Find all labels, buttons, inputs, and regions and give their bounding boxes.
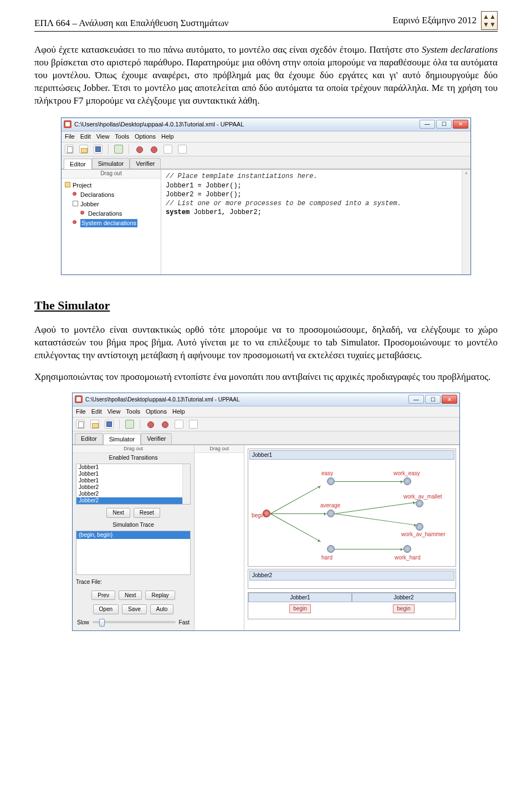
tree-declarations[interactable]: Declarations bbox=[73, 190, 158, 200]
graph-edge bbox=[335, 481, 403, 482]
toolbar bbox=[62, 143, 470, 156]
section-heading: The Simulator bbox=[34, 297, 498, 314]
menu-file[interactable]: File bbox=[76, 408, 86, 416]
nail-tool-icon[interactable] bbox=[178, 145, 187, 154]
tree-template-declarations[interactable]: Declarations bbox=[80, 209, 158, 218]
variables-panel: Drag out bbox=[195, 445, 244, 631]
declarations-icon bbox=[73, 220, 76, 224]
graph-edge bbox=[270, 486, 321, 514]
window-title: C:\Users\hpollas\Desktop\uppaal-4.0.13\T… bbox=[74, 120, 244, 129]
code-editor[interactable]: // Place template instantiations here. J… bbox=[161, 170, 470, 274]
seq-state-jobber2: begin bbox=[393, 604, 414, 613]
edge-tool-icon[interactable] bbox=[163, 145, 172, 154]
replay-button[interactable]: Replay bbox=[145, 591, 175, 600]
simulation-trace-list[interactable]: (begin, begin) bbox=[76, 531, 191, 575]
save-button[interactable]: Save bbox=[122, 604, 147, 614]
list-item[interactable]: Jobber1 bbox=[76, 471, 190, 477]
menu-edit[interactable]: Edit bbox=[91, 408, 102, 416]
save-icon[interactable] bbox=[94, 145, 103, 154]
prev-button[interactable]: Prev bbox=[91, 591, 115, 600]
list-item[interactable]: Jobber2 bbox=[76, 497, 190, 504]
reset-button[interactable]: Reset bbox=[134, 508, 160, 518]
maximize-button[interactable]: ☐ bbox=[425, 395, 441, 404]
menu-edit[interactable]: Edit bbox=[80, 133, 91, 141]
tree-system-declarations[interactable]: System declarations bbox=[73, 218, 158, 228]
minimize-button[interactable]: — bbox=[408, 395, 424, 404]
drag-out-handle[interactable]: Drag out bbox=[62, 170, 161, 179]
toolbar bbox=[73, 418, 459, 431]
node-work-av-mallet[interactable] bbox=[416, 500, 423, 507]
speed-slider[interactable] bbox=[93, 621, 176, 623]
menu-help[interactable]: Help bbox=[161, 133, 174, 141]
node-average[interactable] bbox=[327, 510, 335, 517]
next-button[interactable]: Next bbox=[106, 508, 130, 518]
tab-editor[interactable]: Editor bbox=[64, 159, 92, 170]
menu-tools[interactable]: Tools bbox=[115, 133, 129, 141]
edge-tool-icon[interactable] bbox=[175, 420, 183, 429]
maximize-button[interactable]: ☐ bbox=[436, 120, 452, 129]
close-button[interactable]: ✕ bbox=[442, 395, 457, 404]
drag-out-handle[interactable]: Drag out bbox=[195, 445, 244, 453]
menu-options[interactable]: Options bbox=[135, 133, 156, 141]
tab-simulator[interactable]: Simulator bbox=[92, 158, 130, 169]
page-header: ΕΠΛ 664 – Ανάλυση και Επαλήθευση Συστημά… bbox=[34, 11, 498, 32]
tab-verifier[interactable]: Verifier bbox=[141, 433, 172, 444]
window-titlebar: C:\Users\hpollas\Desktop\uppaal-4.0.13\T… bbox=[73, 393, 459, 406]
list-item[interactable]: Jobber2 bbox=[76, 484, 190, 491]
main-tabs: Editor Simulator Verifier bbox=[62, 156, 470, 170]
template-icon[interactable] bbox=[114, 145, 123, 154]
graph-edge bbox=[270, 513, 321, 542]
menu-options[interactable]: Options bbox=[146, 408, 167, 416]
trace-row[interactable]: (begin, begin) bbox=[76, 531, 190, 539]
open-button[interactable]: Open bbox=[93, 604, 119, 614]
menu-bar: File Edit View Tools Options Help bbox=[73, 406, 459, 418]
sequence-diagram: Jobber1 Jobber2 begin begin bbox=[248, 592, 456, 620]
next-button[interactable]: Next bbox=[119, 591, 142, 600]
scrollbar[interactable] bbox=[462, 170, 470, 274]
scrollbar[interactable] bbox=[182, 464, 190, 504]
folder-icon bbox=[65, 182, 70, 187]
minimize-button[interactable]: — bbox=[420, 120, 435, 129]
main-tabs: Editor Simulator Verifier bbox=[73, 431, 459, 445]
tab-verifier[interactable]: Verifier bbox=[130, 158, 161, 169]
close-button[interactable]: ✕ bbox=[453, 120, 468, 129]
window-title: C:\Users\hpollas\Desktop\uppaal-4.0.13\T… bbox=[85, 396, 239, 404]
node-easy[interactable] bbox=[327, 477, 335, 485]
tab-simulator[interactable]: Simulator bbox=[103, 434, 141, 445]
automaton-view: Jobber1 begin average easy hard bbox=[244, 445, 459, 631]
save-icon[interactable] bbox=[105, 420, 114, 429]
drag-out-handle[interactable]: Drag out bbox=[73, 445, 194, 453]
location-tool-icon[interactable] bbox=[146, 420, 155, 429]
template-icon[interactable] bbox=[125, 420, 134, 429]
open-icon[interactable] bbox=[90, 420, 99, 429]
auto-button[interactable]: Auto bbox=[150, 604, 174, 614]
node-work-easy[interactable] bbox=[403, 477, 411, 485]
branch-tool-icon[interactable] bbox=[160, 420, 169, 429]
new-doc-icon[interactable] bbox=[65, 145, 74, 154]
automaton-graph[interactable]: begin average easy hard work_easy bbox=[249, 461, 454, 565]
tree-jobber-template[interactable]: Jobber bbox=[73, 200, 158, 209]
list-item[interactable]: Jobber2 bbox=[76, 491, 190, 497]
node-hard[interactable] bbox=[327, 545, 335, 553]
node-work-hard[interactable] bbox=[403, 545, 411, 553]
menu-view[interactable]: View bbox=[96, 133, 110, 141]
jobber1-graph-frame: Jobber1 begin average easy hard bbox=[248, 449, 456, 567]
nail-tool-icon[interactable] bbox=[189, 420, 198, 429]
tab-editor[interactable]: Editor bbox=[75, 433, 103, 444]
menu-help[interactable]: Help bbox=[172, 408, 185, 416]
list-item[interactable]: Jobber1 bbox=[76, 477, 190, 484]
menu-view[interactable]: View bbox=[108, 408, 121, 416]
menu-file[interactable]: File bbox=[65, 133, 75, 141]
open-icon[interactable] bbox=[79, 145, 88, 154]
new-doc-icon[interactable] bbox=[76, 420, 85, 429]
branch-tool-icon[interactable] bbox=[149, 145, 158, 154]
uppaal-simulator-screenshot: C:\Users\hpollas\Desktop\uppaal-4.0.13\T… bbox=[72, 393, 460, 631]
list-item[interactable]: Jobber1 bbox=[76, 464, 190, 471]
graph-edge bbox=[335, 513, 417, 526]
menu-tools[interactable]: Tools bbox=[126, 408, 140, 416]
tree-project[interactable]: Project bbox=[65, 181, 158, 190]
declarations-icon bbox=[80, 211, 84, 215]
location-tool-icon[interactable] bbox=[135, 145, 144, 154]
trace-file-label: Trace File: bbox=[73, 576, 194, 588]
enabled-transitions-list[interactable]: Jobber1 Jobber1 Jobber1 Jobber2 Jobber2 … bbox=[76, 464, 191, 505]
